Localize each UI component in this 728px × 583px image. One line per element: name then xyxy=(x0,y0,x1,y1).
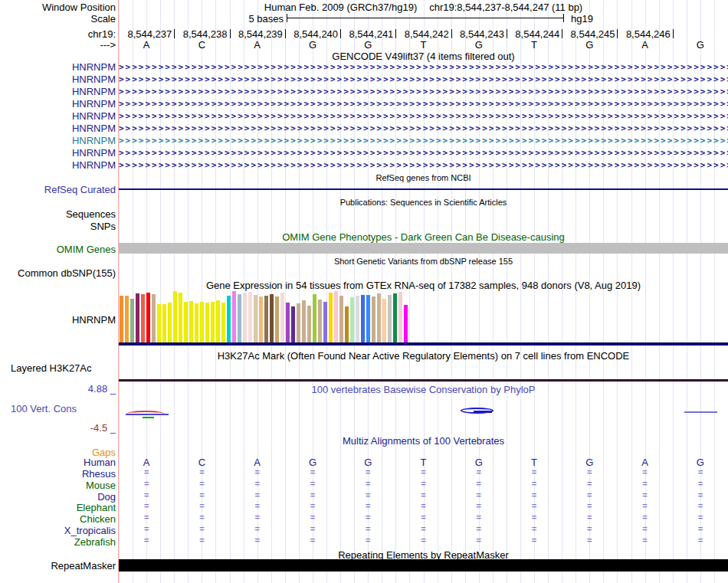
gene-transcript-arrows[interactable]: >>>>>>>>>>>>>>>>>>>>>>>>>>>>>>>>>>>>>>>>… xyxy=(119,135,728,147)
alignment-match-mark: = xyxy=(507,467,562,477)
coordinate-label: 8,544,243 xyxy=(449,28,504,40)
alignment-match-mark: = xyxy=(451,501,507,510)
alignment-match-mark: = xyxy=(340,467,395,477)
omim-genes-label[interactable]: OMIM Genes xyxy=(57,244,116,255)
conservation-mark-blue-line-left[interactable] xyxy=(126,414,169,415)
human-base: T xyxy=(395,457,451,468)
phylop-label[interactable]: 100 Vert. Cons xyxy=(11,403,77,414)
species-label[interactable]: Mouse xyxy=(86,480,116,491)
gene-transcript-arrows[interactable]: >>>>>>>>>>>>>>>>>>>>>>>>>>>>>>>>>>>>>>>>… xyxy=(119,123,728,135)
gtex-bar xyxy=(157,304,161,342)
coordinate-label: 8,544,240 xyxy=(283,28,338,40)
gene-label[interactable]: HNRNPM xyxy=(72,123,116,135)
alignment-match-mark: = xyxy=(617,524,672,533)
refseq-curated-label[interactable]: RefSeq Curated xyxy=(44,184,116,195)
base-letter: A xyxy=(617,39,672,51)
base-letter: T xyxy=(395,39,451,51)
gene-label[interactable]: HNRNPM xyxy=(72,159,116,172)
repeatmasker-label[interactable]: RepeatMasker xyxy=(51,560,116,572)
conservation-mark-blue-line-right[interactable] xyxy=(684,411,717,413)
gtex-bar xyxy=(248,292,252,342)
alignment-match-mark: = xyxy=(230,490,285,499)
gene-transcript-arrows[interactable]: >>>>>>>>>>>>>>>>>>>>>>>>>>>>>>>>>>>>>>>>… xyxy=(119,86,728,98)
alignment-match-mark: = xyxy=(395,513,451,522)
alignment-match-mark: = xyxy=(174,524,229,533)
alignment-match-mark: = xyxy=(562,479,617,488)
alignment-match-mark: = xyxy=(451,536,507,545)
scale-value: 5 bases xyxy=(248,13,284,25)
alignment-match-mark: = xyxy=(230,536,285,545)
species-label[interactable]: Dog xyxy=(97,491,116,503)
species-label[interactable]: Rhesus xyxy=(82,468,116,480)
gtex-gene-label[interactable]: HNRNPM xyxy=(72,314,116,326)
gtex-bar xyxy=(388,295,392,342)
base-letter: G xyxy=(340,39,395,51)
repeatmasker-element-bar[interactable] xyxy=(119,559,728,572)
alignment-match-mark: = xyxy=(174,490,229,499)
gene-transcript-arrows[interactable]: >>>>>>>>>>>>>>>>>>>>>>>>>>>>>>>>>>>>>>>>… xyxy=(119,159,728,172)
gtex-title: Gene Expression in 54 tissues from GTEx … xyxy=(119,280,728,291)
gene-label[interactable]: HNRNPM xyxy=(72,147,116,159)
gene-label[interactable]: HNRNPM xyxy=(72,135,116,147)
base-letter: T xyxy=(507,39,562,51)
gtex-bar xyxy=(345,306,349,342)
gtex-bar xyxy=(162,304,166,342)
base-letter: G xyxy=(562,39,617,51)
refseq-gene-line[interactable] xyxy=(119,188,728,190)
alignment-match-mark: = xyxy=(617,513,672,522)
position-range: chr19:8,544,237-8,544,247 (11 bp) xyxy=(429,2,582,13)
alignment-match-mark: = xyxy=(673,479,728,488)
coordinate-tick xyxy=(673,29,674,38)
alignment-match-mark: = xyxy=(340,479,395,488)
sequences-label[interactable]: Sequences xyxy=(66,208,116,220)
gene-label[interactable]: HNRNPM xyxy=(72,61,116,74)
gene-transcript-arrows[interactable]: >>>>>>>>>>>>>>>>>>>>>>>>>>>>>>>>>>>>>>>>… xyxy=(119,74,728,86)
species-label[interactable]: X_tropicalis xyxy=(64,525,116,536)
alignment-match-mark: = xyxy=(119,490,174,499)
base-letter: A xyxy=(230,39,285,51)
gtex-bar xyxy=(238,294,241,342)
h3k27ac-label[interactable]: Layered H3K27Ac xyxy=(11,362,92,374)
gtex-bar xyxy=(302,300,306,342)
alignment-match-mark: = xyxy=(617,467,672,477)
alignment-match-mark: = xyxy=(562,501,617,510)
alignment-match-mark: = xyxy=(395,524,451,533)
gene-transcript-arrows[interactable]: >>>>>>>>>>>>>>>>>>>>>>>>>>>>>>>>>>>>>>>>… xyxy=(119,110,728,123)
gene-label[interactable]: HNRNPM xyxy=(72,86,116,98)
strand-direction-label: ---> xyxy=(100,39,116,51)
coordinate-label: 8,544,238 xyxy=(172,28,228,40)
conservation-mark-green-dash[interactable] xyxy=(143,417,154,418)
omim-genes-bar[interactable] xyxy=(119,243,728,254)
alignment-match-mark: = xyxy=(617,536,672,545)
gene-transcript-arrows[interactable]: >>>>>>>>>>>>>>>>>>>>>>>>>>>>>>>>>>>>>>>>… xyxy=(119,147,728,159)
gtex-bar xyxy=(184,302,188,342)
conservation-mark-ellipse-bar[interactable] xyxy=(474,411,492,413)
alignment-match-mark: = xyxy=(395,467,451,477)
scale-ruler-line xyxy=(287,18,563,18)
species-label[interactable]: Elephant xyxy=(77,502,116,513)
gtex-chart-baseline[interactable] xyxy=(119,342,728,346)
alignment-match-mark: = xyxy=(507,479,562,488)
gene-label[interactable]: HNRNPM xyxy=(72,110,116,123)
alignment-match-mark: = xyxy=(507,501,562,510)
gene-transcript-arrows[interactable]: >>>>>>>>>>>>>>>>>>>>>>>>>>>>>>>>>>>>>>>>… xyxy=(119,98,728,110)
gtex-bar xyxy=(307,306,311,342)
alignment-match-mark: = xyxy=(395,479,451,488)
base-letter: G xyxy=(451,39,507,51)
human-base: A xyxy=(617,457,672,468)
snps-label[interactable]: SNPs xyxy=(90,221,116,232)
alignment-match-mark: = xyxy=(562,524,617,533)
gene-transcript-arrows[interactable]: >>>>>>>>>>>>>>>>>>>>>>>>>>>>>>>>>>>>>>>>… xyxy=(119,61,728,74)
species-label[interactable]: Chicken xyxy=(80,513,116,525)
human-base: T xyxy=(507,457,562,468)
human-base: A xyxy=(230,457,285,468)
dbsnp-label[interactable]: Common dbSNP(155) xyxy=(18,267,116,279)
gtex-bar xyxy=(323,302,327,342)
gene-label[interactable]: HNRNPM xyxy=(72,74,116,86)
coordinate-label: 8,544,246 xyxy=(615,28,671,40)
species-label[interactable]: Zebrafish xyxy=(74,536,116,548)
h3k27ac-track-line[interactable] xyxy=(119,379,728,382)
gene-label[interactable]: HNRNPM xyxy=(72,98,116,110)
human-label[interactable]: Human xyxy=(84,457,116,468)
alignment-match-mark: = xyxy=(174,479,229,488)
